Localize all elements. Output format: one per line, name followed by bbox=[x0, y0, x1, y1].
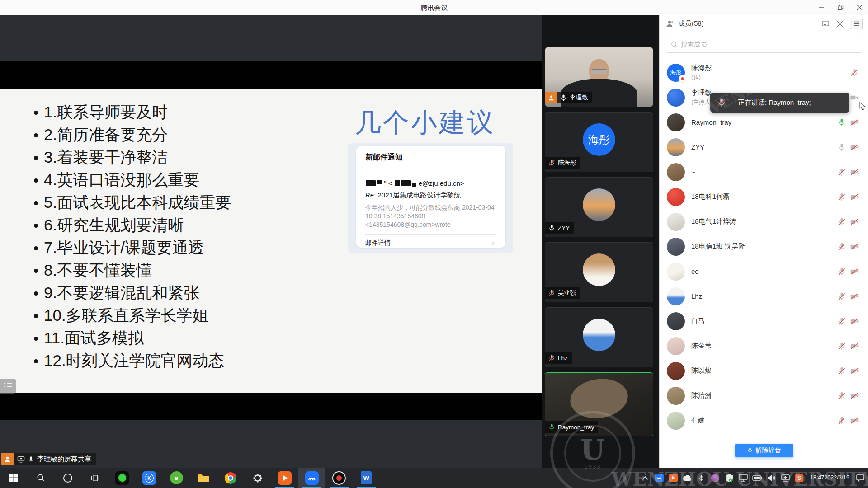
member-mic-icon[interactable] bbox=[837, 118, 846, 127]
sogou-input-icon[interactable]: S bbox=[794, 471, 804, 485]
taskbar-video-player-button[interactable] bbox=[271, 468, 298, 488]
video-tile-Raymon_tray[interactable]: Raymon_tray bbox=[545, 372, 653, 436]
member-camera-icon[interactable] bbox=[850, 292, 859, 301]
member-camera-icon[interactable] bbox=[850, 366, 859, 375]
defender-icon[interactable] bbox=[724, 471, 734, 485]
member-row[interactable]: 18电气1计烨涛 bbox=[660, 209, 868, 234]
microphone-icon[interactable] bbox=[696, 471, 706, 485]
member-row[interactable]: 白马 bbox=[660, 309, 868, 333]
minimize-button[interactable] bbox=[817, 4, 826, 12]
member-camera-icon[interactable] bbox=[850, 93, 859, 102]
member-camera-icon[interactable] bbox=[850, 217, 859, 226]
member-row[interactable]: 陈以焌 bbox=[660, 358, 868, 383]
member-mic-icon[interactable] bbox=[837, 342, 846, 351]
member-name: 陈金苇 bbox=[691, 342, 712, 350]
member-mic-icon[interactable] bbox=[837, 366, 846, 375]
member-row[interactable]: 亻建 bbox=[660, 408, 868, 432]
onedrive-icon[interactable] bbox=[682, 471, 692, 485]
member-mic-icon[interactable] bbox=[837, 217, 846, 226]
member-row[interactable]: 陈治洲 bbox=[660, 383, 868, 408]
taskbar-word-button[interactable]: W bbox=[353, 468, 380, 488]
member-name: 白马 bbox=[691, 317, 705, 325]
taskbar-task-view-button[interactable] bbox=[81, 468, 108, 488]
member-row[interactable]: 18电科1何磊 bbox=[660, 184, 868, 209]
presenter-icon[interactable] bbox=[1, 453, 14, 465]
taskbar-app-icons: KeW bbox=[0, 468, 380, 488]
video-tile-Lhz[interactable]: Lhz bbox=[545, 307, 653, 367]
slide-bullet: 2.简历准备要充分 bbox=[34, 123, 231, 146]
qq-icon[interactable] bbox=[710, 471, 720, 485]
video-tile-陈海彤[interactable]: 海彤陈海彤 bbox=[545, 112, 653, 172]
member-row[interactable]: ~ bbox=[660, 160, 868, 184]
member-mic-icon[interactable] bbox=[837, 192, 846, 202]
member-row[interactable]: ZYY bbox=[660, 135, 868, 160]
avatar bbox=[583, 253, 615, 286]
presenter-badge-icon bbox=[545, 92, 557, 103]
member-avatar bbox=[667, 337, 685, 355]
taskbar-screen-recorder-button[interactable] bbox=[326, 468, 353, 488]
cast-icon[interactable] bbox=[780, 471, 790, 485]
member-mic-icon[interactable] bbox=[837, 143, 846, 152]
close-button[interactable] bbox=[855, 4, 863, 12]
member-camera-icon[interactable] bbox=[850, 391, 859, 400]
taskbar-tencent-meeting-button[interactable] bbox=[298, 468, 326, 488]
member-camera-icon[interactable] bbox=[850, 242, 859, 251]
popout-panel-icon[interactable] bbox=[821, 19, 830, 28]
close-panel-icon[interactable] bbox=[835, 19, 844, 28]
member-camera-icon[interactable] bbox=[850, 143, 859, 152]
taskbar-cortana-button[interactable] bbox=[54, 468, 81, 488]
chevron-up-icon[interactable] bbox=[640, 471, 650, 485]
member-camera-icon[interactable] bbox=[850, 118, 859, 127]
slide-title: 几个小建议 bbox=[271, 105, 579, 141]
member-mic-icon[interactable] bbox=[850, 68, 859, 77]
member-search-input[interactable]: 搜索成员 bbox=[666, 36, 862, 53]
video-tile-李理敏[interactable]: 李理敏 bbox=[545, 47, 653, 107]
member-camera-icon[interactable] bbox=[850, 192, 859, 202]
display-network-icon[interactable] bbox=[738, 471, 748, 485]
member-mic-icon[interactable] bbox=[837, 292, 846, 301]
taskbar-browser-360-button[interactable]: e bbox=[163, 468, 190, 488]
member-mic-icon[interactable] bbox=[837, 168, 846, 177]
member-camera-icon[interactable] bbox=[850, 342, 859, 351]
action-center-icon[interactable] bbox=[855, 471, 865, 485]
battery-icon[interactable] bbox=[752, 471, 762, 485]
members-count-title: 成员(58) bbox=[678, 19, 704, 28]
member-row[interactable]: Raymon_tray bbox=[660, 110, 868, 135]
avatar bbox=[583, 188, 615, 221]
member-mic-icon[interactable] bbox=[837, 317, 846, 326]
shared-screen-black-band-top bbox=[0, 61, 542, 89]
member-mic-icon[interactable] bbox=[837, 267, 846, 276]
restore-button[interactable] bbox=[836, 4, 844, 12]
video-player-mini-icon[interactable] bbox=[668, 471, 678, 485]
taskbar-settings-button[interactable] bbox=[244, 468, 271, 488]
panel-menu-button[interactable] bbox=[850, 19, 863, 29]
member-camera-icon[interactable] bbox=[850, 317, 859, 326]
video-tile-ZYY[interactable]: ZYY bbox=[545, 177, 653, 237]
avatar: 海彤 bbox=[583, 123, 615, 156]
member-row[interactable]: 陈金苇 bbox=[660, 333, 868, 358]
tencent-meeting-mini-icon[interactable] bbox=[654, 471, 664, 485]
taskbar-clock[interactable]: 18:472022/3/19 bbox=[808, 471, 851, 485]
speaker-icon[interactable] bbox=[766, 471, 776, 485]
member-camera-icon[interactable] bbox=[850, 267, 859, 276]
member-row[interactable]: ee bbox=[660, 259, 868, 284]
member-camera-icon[interactable] bbox=[850, 416, 859, 425]
taskbar-start-button[interactable] bbox=[0, 468, 27, 488]
member-row[interactable]: Lhz bbox=[660, 284, 868, 309]
taskbar-capture-app-button[interactable] bbox=[108, 468, 136, 488]
video-tile-吴亚强[interactable]: 吴亚强 bbox=[545, 242, 653, 302]
member-camera-icon[interactable] bbox=[850, 168, 859, 177]
member-row[interactable]: 海彤陈海彤(我) bbox=[660, 60, 868, 85]
taskbar-file-explorer-button[interactable] bbox=[190, 468, 217, 488]
slide-thumbnails-button[interactable] bbox=[0, 379, 16, 394]
unmute-button[interactable]: 解除静音 bbox=[735, 444, 793, 457]
member-row[interactable]: 18电信1班 沈昊隆 bbox=[660, 234, 868, 259]
member-mic-icon[interactable] bbox=[837, 391, 846, 400]
taskbar-chrome-button[interactable] bbox=[217, 468, 244, 488]
microphone-icon bbox=[560, 94, 567, 102]
member-mic-icon[interactable] bbox=[837, 242, 846, 251]
taskbar-search-button[interactable] bbox=[27, 468, 54, 488]
member-mic-icon[interactable] bbox=[837, 416, 846, 425]
speaking-tooltip-text: 正在讲话: Raymon_tray; bbox=[738, 99, 811, 107]
taskbar-k-app-button[interactable]: K bbox=[136, 468, 163, 488]
